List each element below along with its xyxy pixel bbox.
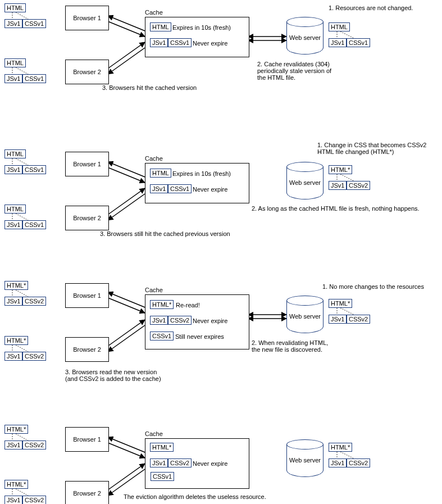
cache-label: Cache	[145, 9, 163, 16]
svg-line-8	[108, 188, 145, 215]
cache-js: JSv1	[150, 184, 168, 193]
web-server-label: Web server	[289, 313, 321, 320]
svg-line-3	[108, 48, 145, 74]
browser-1: Browser 1	[65, 427, 109, 452]
svg-line-12	[108, 320, 145, 346]
server-html: HTML*	[329, 299, 352, 308]
browser-2: Browser 2	[65, 481, 109, 504]
file-html: HTML*	[4, 480, 28, 489]
eviction-note: The eviction algorithm deletes the usele…	[124, 493, 266, 500]
server-html: HTML	[329, 22, 350, 31]
server-js: JSv1	[329, 315, 347, 324]
browser-2: Browser 2	[65, 337, 109, 362]
server-js: JSv1	[329, 38, 347, 47]
note-2: 2. When revalidating HTML, the new file …	[252, 339, 328, 353]
file-js: JSv1	[4, 297, 22, 306]
cache-html: HTML*	[150, 300, 174, 309]
cache-js: JSv1	[150, 458, 168, 467]
svg-line-19	[108, 469, 145, 496]
svg-line-13	[108, 325, 145, 352]
file-js: JSv1	[4, 496, 22, 504]
web-server-label: Web server	[289, 457, 321, 464]
server-html: HTML*	[329, 165, 352, 174]
file-css: CSSv1	[22, 74, 46, 83]
svg-line-2	[108, 42, 145, 69]
cache-css-old-status: Still never expires	[175, 333, 224, 340]
browser-1: Browser 1	[65, 6, 109, 30]
browser-1: Browser 1	[65, 283, 109, 308]
file-css: CSSv1	[22, 19, 46, 28]
note-3: 3. Browsers still hit the cached previou…	[100, 230, 230, 237]
cache-css-evicted: CSSv1	[151, 472, 174, 481]
note-1: 1. Change in CSS that becomes CSSv2 HTML…	[317, 142, 426, 155]
file-js: JSv1	[4, 220, 22, 229]
cache-css: CSSv2	[168, 316, 192, 325]
cache-css: CSSv1	[168, 184, 192, 193]
cylinder-top-icon	[286, 17, 323, 27]
note-1: 1. Resources are not changed.	[329, 4, 413, 11]
file-html: HTML*	[4, 281, 28, 290]
cache-assets-status: Never expire	[193, 40, 227, 47]
note-3: 3. Browsers read the new version (and CS…	[65, 369, 161, 382]
file-html: HTML*	[4, 425, 28, 434]
file-js: JSv1	[4, 352, 22, 361]
cache-html: HTML	[150, 22, 171, 31]
file-css: CSSv2	[22, 496, 46, 504]
cache-js: JSv1	[150, 316, 168, 325]
file-css: CSSv2	[22, 352, 46, 361]
cache-css: CSSv2	[168, 458, 192, 467]
cache-html-status: Expires in 10s (fresh)	[172, 24, 231, 31]
note-2: 2. Cache revalidates (304) periodically …	[257, 61, 331, 81]
browser-2: Browser 2	[65, 206, 109, 230]
file-html: HTML*	[4, 336, 28, 345]
note-2: 2. As long as the cached HTML file is fr…	[252, 205, 420, 212]
cache-html: HTML*	[150, 443, 174, 452]
web-server-label: Web server	[289, 179, 321, 186]
browser-2: Browser 2	[65, 60, 109, 84]
file-css: CSSv1	[22, 165, 46, 174]
cache-css: CSSv1	[168, 38, 192, 47]
svg-line-9	[108, 194, 145, 220]
cache-assets-status: Never expire	[193, 317, 227, 324]
cache-html-status: Expires in 10s (fresh)	[172, 170, 231, 177]
file-html: HTML	[4, 58, 26, 67]
cache-label: Cache	[145, 287, 163, 293]
svg-line-18	[108, 464, 145, 490]
cylinder-top-icon	[286, 162, 323, 172]
file-css: CSSv2	[22, 297, 46, 306]
cylinder-top-icon	[286, 296, 323, 306]
file-html: HTML	[4, 149, 26, 158]
note-3: 3. Browsers hit the cached version	[102, 84, 197, 91]
cache-label: Cache	[145, 155, 163, 162]
web-server-label: Web server	[289, 34, 321, 41]
server-js: JSv1	[329, 458, 347, 467]
file-js: JSv1	[4, 74, 22, 83]
file-js: JSv1	[4, 165, 22, 174]
file-js: JSv1	[4, 441, 22, 449]
server-js: JSv1	[329, 181, 347, 190]
server-css: CSSv2	[347, 458, 370, 467]
cache-assets-status: Never expire	[193, 186, 227, 193]
note-1: 1. No more changes to the resources	[322, 283, 424, 290]
file-js: JSv1	[4, 19, 22, 28]
cylinder-top-icon	[286, 439, 323, 449]
cache-css-old: CSSv1	[150, 332, 174, 340]
server-html: HTML*	[329, 443, 352, 452]
server-css: CSSv2	[347, 181, 370, 190]
cache-label: Cache	[145, 430, 163, 437]
cache-js: JSv1	[150, 38, 168, 47]
file-html: HTML	[4, 3, 26, 12]
diagram: HTML JSv1 CSSv1 Browser 1 HTML JSv1 CSSv…	[0, 0, 442, 504]
browser-1: Browser 1	[65, 152, 109, 176]
server-css: CSSv2	[347, 315, 370, 324]
file-css: CSSv2	[22, 441, 46, 449]
cache-html: HTML	[150, 169, 171, 178]
cache-html-status: Re-read!	[176, 302, 200, 308]
cache-assets-status: Never expire	[193, 460, 227, 467]
file-html: HTML	[4, 205, 26, 214]
server-css: CSSv1	[347, 38, 370, 47]
file-css: CSSv1	[22, 220, 46, 229]
